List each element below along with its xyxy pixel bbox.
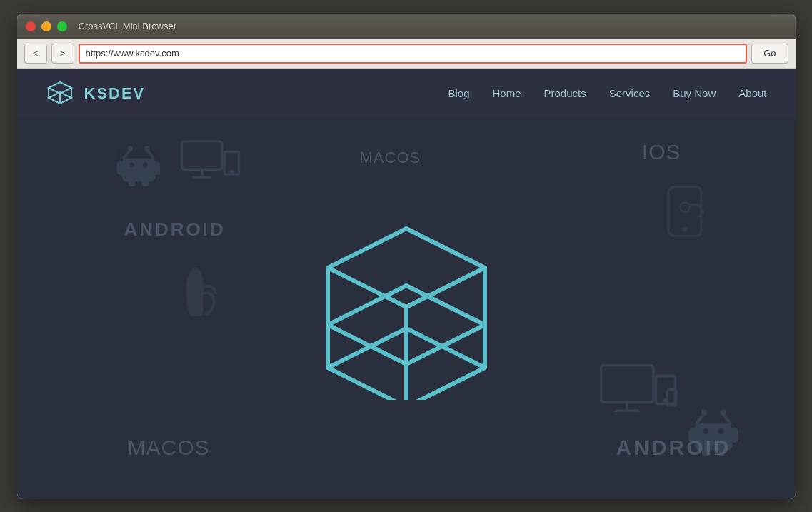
touch-icon-left	[167, 261, 224, 326]
svg-rect-9	[141, 173, 148, 186]
forward-button[interactable]: >	[51, 44, 74, 64]
window-title: CrossVCL Mini Browser	[79, 21, 177, 31]
svg-rect-32	[731, 427, 738, 442]
svg-point-39	[701, 409, 706, 415]
nav-products[interactable]: Products	[544, 87, 586, 99]
center-logo	[306, 214, 506, 403]
svg-rect-31	[688, 427, 696, 442]
site-nav: Blog Home Products Services Buy Now Abou…	[448, 87, 766, 99]
svg-rect-24	[601, 365, 653, 401]
svg-line-37	[696, 414, 704, 423]
svg-rect-6	[116, 161, 123, 175]
minimize-button[interactable]	[41, 21, 51, 31]
android-icon-bottom-right	[685, 403, 742, 460]
nav-buy-now[interactable]: Buy Now	[673, 87, 716, 99]
svg-point-22	[682, 226, 687, 231]
nav-about[interactable]: About	[738, 87, 766, 99]
svg-point-14	[127, 146, 132, 151]
svg-rect-33	[702, 441, 710, 456]
desktop-icon-top-left	[178, 136, 242, 186]
hero-label-macos-bottom: macOS	[128, 436, 210, 460]
hero-label-ios: iOS	[642, 140, 681, 164]
svg-point-40	[720, 409, 726, 415]
logo-area: KSDEV	[46, 79, 146, 108]
svg-point-35	[703, 428, 708, 434]
browser-window: CrossVCL Mini Browser < > Go KSDEV	[17, 14, 796, 499]
svg-point-23	[680, 202, 690, 212]
addressbar: < > Go	[17, 39, 796, 69]
svg-line-13	[146, 150, 153, 159]
hero-section: macOS iOS ANDROID macOS ANDROID	[17, 119, 796, 499]
svg-line-12	[124, 150, 130, 159]
logo-text: KSDEV	[84, 84, 146, 103]
close-button[interactable]	[26, 21, 36, 31]
svg-rect-5	[121, 158, 155, 181]
svg-rect-8	[129, 173, 135, 186]
go-button[interactable]: Go	[751, 44, 788, 64]
svg-point-20	[230, 170, 232, 172]
hero-label-macos-top: macOS	[360, 149, 421, 167]
nav-blog[interactable]: Blog	[448, 87, 469, 99]
maximize-button[interactable]	[57, 21, 67, 31]
svg-rect-7	[154, 161, 160, 175]
svg-rect-30	[694, 423, 732, 450]
svg-point-10	[129, 162, 134, 167]
desktop-icon-right	[599, 363, 678, 421]
svg-point-15	[144, 146, 149, 151]
browser-content: KSDEV Blog Home Products Services Buy No…	[17, 69, 796, 499]
svg-marker-41	[328, 229, 485, 307]
hero-label-android-left: ANDROID	[124, 219, 226, 241]
svg-line-38	[723, 414, 731, 423]
logo-icon	[46, 79, 74, 108]
titlebar: CrossVCL Mini Browser	[17, 14, 796, 39]
url-input[interactable]	[79, 44, 748, 64]
svg-point-11	[142, 162, 147, 167]
site-header: KSDEV Blog Home Products Services Buy No…	[17, 69, 796, 119]
touch-icon-right	[660, 183, 710, 240]
svg-rect-16	[181, 141, 221, 169]
nav-home[interactable]: Home	[493, 87, 521, 99]
android-icon-top-left	[114, 140, 164, 190]
nav-services[interactable]: Services	[609, 87, 651, 99]
svg-rect-34	[717, 441, 725, 456]
back-button[interactable]: <	[24, 44, 47, 64]
svg-point-36	[718, 428, 723, 434]
